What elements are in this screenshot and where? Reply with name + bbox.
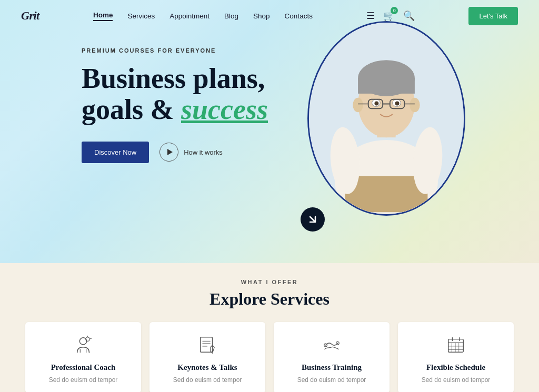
services-header: WHAT I OFFER Explore Services bbox=[21, 279, 518, 309]
coach-name: Professional Coach bbox=[51, 363, 116, 372]
hero-section: PREMIUM COURSES FOR EVERYONE Business pl… bbox=[0, 0, 539, 274]
nav-item-home[interactable]: Home bbox=[93, 11, 113, 21]
service-card-training[interactable]: Business Training Sed do euism od tempor bbox=[274, 322, 390, 392]
search-icon[interactable]: 🔍 bbox=[403, 10, 415, 22]
hero-image-container bbox=[297, 16, 476, 237]
keynote-icon bbox=[196, 334, 219, 357]
person-illustration bbox=[309, 21, 464, 214]
arrow-down-icon bbox=[307, 214, 318, 225]
service-card-keynote[interactable]: Keynotes & Talks Sed do euism od tempor bbox=[149, 322, 265, 392]
hero-subtitle: PREMIUM COURSES FOR EVERYONE bbox=[82, 47, 268, 54]
hero-title-line1: Business plans, bbox=[82, 63, 265, 94]
keynote-desc: Sed do euism od tempor bbox=[173, 375, 242, 385]
cart-badge: 0 bbox=[391, 7, 398, 14]
schedule-icon bbox=[444, 334, 467, 357]
play-triangle-icon bbox=[167, 149, 173, 155]
hero-actions: Discover Now How it works bbox=[82, 142, 268, 163]
svg-point-37 bbox=[395, 102, 400, 106]
services-section: WHAT I OFFER Explore Services Profession… bbox=[0, 263, 539, 392]
coach-icon bbox=[72, 334, 95, 357]
training-name: Business Training bbox=[302, 363, 362, 372]
menu-icon[interactable]: ☰ bbox=[366, 10, 375, 22]
schedule-desc: Sed do euism od tempor bbox=[422, 375, 491, 385]
services-title: Explore Services bbox=[21, 289, 518, 309]
main-nav: Home Services Appointment Blog Shop Cont… bbox=[93, 11, 313, 21]
coach-desc: Sed do euism od tempor bbox=[49, 375, 118, 385]
svg-point-36 bbox=[374, 102, 378, 106]
scroll-down-button[interactable] bbox=[301, 207, 325, 232]
nav-icons: ☰ 🛒 0 🔍 bbox=[366, 10, 415, 22]
training-desc: Sed do euism od tempor bbox=[297, 375, 366, 385]
nav-item-services[interactable]: Services bbox=[127, 12, 155, 20]
training-icon bbox=[320, 334, 343, 357]
hero-title-line2: goals & bbox=[82, 94, 181, 125]
services-cards: Professional Coach Sed do euism od tempo… bbox=[21, 322, 518, 392]
site-header: Grit Home Services Appointment Blog Shop… bbox=[0, 0, 539, 32]
hero-title-highlight: success bbox=[181, 94, 268, 125]
nav-item-shop[interactable]: Shop bbox=[253, 12, 270, 20]
hero-content: PREMIUM COURSES FOR EVERYONE Business pl… bbox=[82, 47, 268, 163]
discover-now-button[interactable]: Discover Now bbox=[82, 142, 149, 163]
svg-line-49 bbox=[89, 338, 92, 339]
svg-rect-58 bbox=[448, 339, 464, 353]
keynote-name: Keynotes & Talks bbox=[177, 363, 237, 372]
svg-point-32 bbox=[353, 98, 363, 112]
nav-item-contacts[interactable]: Contacts bbox=[285, 12, 313, 20]
service-card-coach[interactable]: Professional Coach Sed do euism od tempo… bbox=[25, 322, 141, 392]
nav-item-appointment[interactable]: Appointment bbox=[169, 12, 209, 20]
nav-item-blog[interactable]: Blog bbox=[224, 12, 238, 20]
lets-talk-button[interactable]: Let's Talk bbox=[468, 7, 518, 25]
svg-point-33 bbox=[410, 98, 420, 112]
svg-rect-31 bbox=[358, 78, 415, 94]
services-overtitle: WHAT I OFFER bbox=[21, 279, 518, 285]
play-button[interactable] bbox=[159, 143, 178, 162]
cart-icon[interactable]: 🛒 0 bbox=[383, 10, 395, 22]
service-card-schedule[interactable]: Flexible Schedule Sed do euism od tempor bbox=[398, 322, 514, 392]
site-logo[interactable]: Grit bbox=[21, 9, 39, 23]
how-it-works-label: How it works bbox=[184, 148, 223, 156]
schedule-name: Flexible Schedule bbox=[426, 363, 485, 372]
hero-oval bbox=[307, 21, 465, 216]
hero-title: Business plans, goals & success bbox=[82, 63, 268, 126]
how-it-works-button[interactable]: How it works bbox=[159, 143, 223, 162]
